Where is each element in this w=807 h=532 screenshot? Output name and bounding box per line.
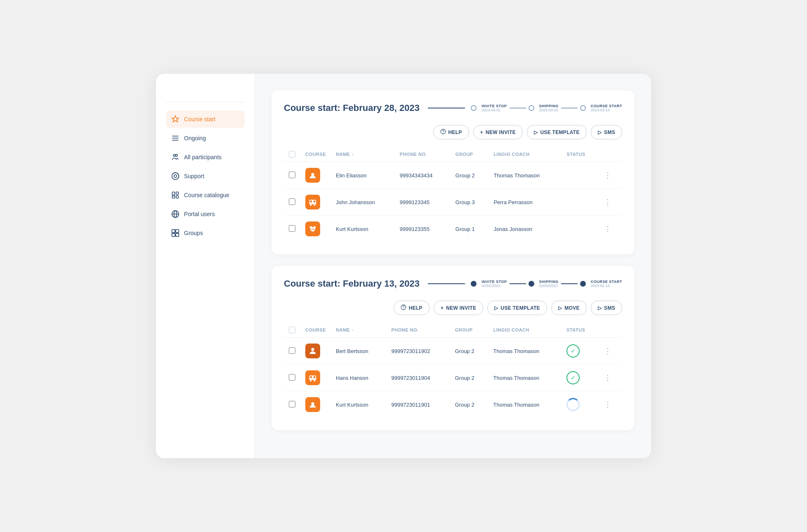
col-course-1: COURSE xyxy=(300,322,331,338)
sidebar-item-course-catalogue[interactable]: Course catalogue xyxy=(166,186,245,204)
course-title-1: Course start: February 13, 2023 xyxy=(284,278,420,289)
svg-rect-17 xyxy=(176,233,179,237)
course-avatar-1-1 xyxy=(305,370,320,385)
help-button-1[interactable]: HELP xyxy=(394,301,429,315)
svg-rect-35 xyxy=(310,376,312,378)
select-all-0[interactable] xyxy=(289,151,295,158)
sidebar-item-label-course-start: Course start xyxy=(184,116,215,122)
course-avatar-0-2 xyxy=(305,221,320,236)
sidebar-item-support[interactable]: Support xyxy=(166,167,245,185)
portal-users-icon xyxy=(171,210,180,219)
data-table-0: COURSE NAME ↑ PHONE NO. GROUP LINGIO COA… xyxy=(284,147,622,242)
cell-group-1-0: Group 2 xyxy=(450,338,488,365)
row-checkbox-1-1[interactable] xyxy=(289,374,295,381)
table-row: Kurt Kurtsson 9999123355 Group 1 Jonas J… xyxy=(284,216,622,242)
svg-point-28 xyxy=(314,226,316,229)
sidebar-item-label-support: Support xyxy=(184,173,204,179)
cell-phone-1-2: 9999723011901 xyxy=(386,391,450,418)
use-template-button-0[interactable]: ▷ USE TEMPLATE xyxy=(527,125,587,139)
svg-rect-14 xyxy=(172,230,175,233)
sidebar-item-label-portal-users: Portal users xyxy=(184,211,215,217)
sidebar-item-course-start[interactable]: Course start xyxy=(166,111,245,128)
row-menu-0-1[interactable]: ⋮ xyxy=(604,198,612,206)
col-name-0[interactable]: NAME ↑ xyxy=(331,147,395,162)
cell-coach-1-0: Thomas Thomason xyxy=(488,338,562,365)
shipping-dot xyxy=(529,105,534,111)
timeline-connector-1 xyxy=(510,108,526,108)
invite-stop-dot xyxy=(471,105,477,111)
row-menu-1-0[interactable]: ⋮ xyxy=(604,347,612,355)
cell-group-0-2: Group 1 xyxy=(451,216,489,242)
cell-name-1-2: Kurt Kurtsson xyxy=(331,391,386,418)
new-invite-button-0[interactable]: + NEW INVITE xyxy=(473,125,523,139)
invite-stop-label-0: INVITE STOP 2023-03-01 xyxy=(481,104,507,112)
help-button-0[interactable]: HELP xyxy=(433,125,469,139)
new-invite-button-1[interactable]: + NEW INVITE xyxy=(434,301,483,315)
sidebar-item-portal-users[interactable]: Portal users xyxy=(166,205,245,223)
sms-icon-1: ▷ xyxy=(598,305,602,311)
sidebar-item-all-participants[interactable]: All participants xyxy=(166,148,245,166)
cell-phone-1-0: 9999723011902 xyxy=(386,338,450,365)
new-invite-label-0: NEW INVITE xyxy=(486,129,516,135)
cell-phone-0-0: 99934343434 xyxy=(395,162,451,189)
col-course-0: COURSE xyxy=(300,147,331,162)
svg-rect-8 xyxy=(172,196,175,198)
sms-button-1[interactable]: ▷ SMS xyxy=(591,301,622,315)
row-checkbox-1-2[interactable] xyxy=(289,401,295,407)
sms-label-0: SMS xyxy=(604,129,615,135)
cell-status-0-0 xyxy=(562,162,599,189)
col-name-1[interactable]: NAME ↑ xyxy=(331,322,386,338)
sidebar-item-label-all-participants: All participants xyxy=(184,154,222,160)
status-check-1-0: ✓ xyxy=(566,344,580,358)
shipping-dot xyxy=(529,281,534,287)
row-checkbox-0-1[interactable] xyxy=(289,198,295,205)
col-group-1: GROUP xyxy=(450,322,488,338)
cell-group-0-1: Group 3 xyxy=(451,189,489,216)
course-header-1: Course start: February 13, 2023 INVITE S… xyxy=(284,278,622,289)
course-avatar-0-0 xyxy=(305,168,320,183)
row-checkbox-0-0[interactable] xyxy=(289,172,295,178)
row-menu-0-2[interactable]: ⋮ xyxy=(604,225,612,233)
sidebar-item-groups[interactable]: Groups xyxy=(166,224,245,242)
svg-point-27 xyxy=(310,226,312,229)
table-row: Elin Eliasson 99934343434 Group 2 Thomas… xyxy=(284,162,622,189)
svg-rect-22 xyxy=(310,200,312,202)
template-icon-0: ▷ xyxy=(534,129,538,135)
sidebar-item-label-ongoing: Ongoing xyxy=(184,135,206,141)
svg-rect-36 xyxy=(314,376,316,378)
cell-name-1-1: Hans Hanson xyxy=(331,365,386,391)
svg-rect-10 xyxy=(176,196,179,198)
svg-point-39 xyxy=(311,403,314,405)
cell-phone-0-2: 9999123355 xyxy=(395,216,451,242)
row-menu-1-1[interactable]: ⋮ xyxy=(604,374,612,382)
shipping-label-0: SHIPPING 2023-03-02 xyxy=(539,104,559,112)
sidebar-nav: Course start Ongoing All participants Su… xyxy=(166,111,245,242)
all-participants-icon xyxy=(171,153,180,162)
move-label-1: MOVE xyxy=(564,305,580,311)
sms-button-0[interactable]: ▷ SMS xyxy=(591,125,622,139)
col-status-0: STATUS xyxy=(562,147,599,162)
row-checkbox-1-0[interactable] xyxy=(289,347,295,354)
row-menu-1-2[interactable]: ⋮ xyxy=(604,400,612,409)
svg-point-38 xyxy=(314,380,316,382)
svg-point-32 xyxy=(403,308,404,309)
use-template-button-1[interactable]: ▷ USE TEMPLATE xyxy=(487,301,547,315)
sidebar-item-ongoing[interactable]: Ongoing xyxy=(166,129,245,147)
cell-name-0-0: Elin Eliasson xyxy=(331,162,395,189)
card-toolbar-1: HELP + NEW INVITE ▷ USE TEMPLATE ▷ MOVE … xyxy=(284,301,622,315)
help-label-0: HELP xyxy=(448,129,462,135)
sidebar: Course start Ongoing All participants Su… xyxy=(156,74,255,458)
select-all-1[interactable] xyxy=(289,327,295,333)
svg-point-29 xyxy=(311,229,313,230)
row-checkbox-0-2[interactable] xyxy=(289,225,295,232)
cell-status-1-0: ✓ xyxy=(562,338,599,365)
svg-point-24 xyxy=(310,205,312,206)
sms-icon-0: ▷ xyxy=(598,129,602,135)
timeline-connector-1 xyxy=(510,283,526,284)
cell-group-0-0: Group 2 xyxy=(451,162,489,189)
course-start-dot xyxy=(580,281,586,287)
move-button-1[interactable]: ▷ MOVE xyxy=(551,301,587,315)
row-menu-0-0[interactable]: ⋮ xyxy=(604,171,612,179)
use-template-label-1: USE TEMPLATE xyxy=(501,305,540,311)
cell-coach-0-2: Jonas Jonasson xyxy=(488,216,562,242)
